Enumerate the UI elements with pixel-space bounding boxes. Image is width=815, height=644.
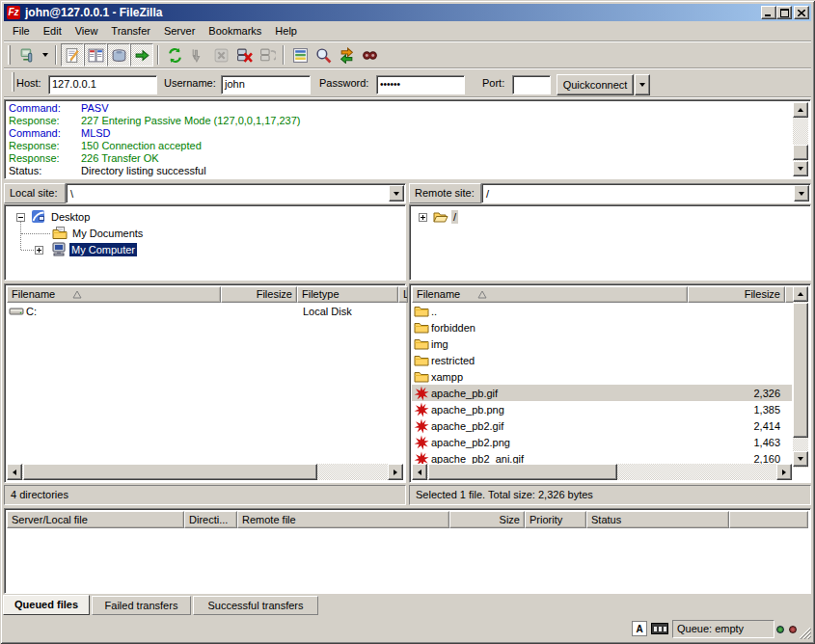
close-button[interactable] xyxy=(794,6,809,19)
host-label: Host: xyxy=(16,77,41,89)
resize-grip[interactable] xyxy=(798,626,811,639)
username-input[interactable]: john xyxy=(221,75,311,94)
toggle-transfer-queue-button[interactable] xyxy=(130,43,153,67)
minimize-button[interactable] xyxy=(761,6,776,19)
tab-successful-transfers[interactable]: Successful transfers xyxy=(193,596,318,615)
queue-column-directi-[interactable]: Directi... xyxy=(184,511,237,528)
tab-failed-transfers[interactable]: Failed transfers xyxy=(92,596,191,615)
tree-item-my-documents[interactable]: My Documents xyxy=(52,226,145,241)
reconnect-button[interactable] xyxy=(256,43,279,67)
toggle-tree-views-button[interactable] xyxy=(84,43,107,67)
maximize-button[interactable] xyxy=(776,6,792,19)
file-row[interactable]: xampp xyxy=(412,368,792,385)
directory-listing-filters-button[interactable] xyxy=(288,43,312,67)
local-tree: Desktop My Documents My Computer xyxy=(4,204,406,281)
scroll-thumb[interactable] xyxy=(793,303,808,438)
queue-column-status[interactable]: Status xyxy=(586,511,729,528)
scroll-down-button[interactable] xyxy=(793,451,808,467)
column-header-filesize[interactable]: Filesize xyxy=(688,286,785,303)
toggle-directory-listing-button[interactable] xyxy=(107,43,130,67)
image-icon xyxy=(414,418,429,434)
file-row[interactable]: apache_pb2.png1,463 xyxy=(412,434,792,450)
file-row[interactable]: forbidden xyxy=(412,319,792,335)
queue-column-size[interactable]: Size xyxy=(449,511,525,528)
expand-icon[interactable] xyxy=(419,213,427,222)
column-header-lastmodified[interactable]: L xyxy=(398,286,408,303)
site-manager-dropdown[interactable] xyxy=(39,43,51,67)
cancel-operation-button[interactable] xyxy=(209,43,232,67)
file-row[interactable]: .. xyxy=(412,303,792,319)
queue-column-priority[interactable]: Priority xyxy=(525,511,586,528)
file-row[interactable]: apache_pb.png1,385 xyxy=(412,401,792,417)
file-row[interactable]: apache_pb2.gif2,414 xyxy=(412,417,792,434)
message-log: Command:PASVResponse:227 Entering Passiv… xyxy=(4,99,811,179)
queue-column-remote-file[interactable]: Remote file xyxy=(237,511,449,528)
tree-item-desktop[interactable]: Desktop xyxy=(16,209,92,225)
find-files-button[interactable] xyxy=(358,43,381,67)
queue-column-server-local-file[interactable]: Server/Local file xyxy=(7,511,184,528)
remote-site-dropdown[interactable] xyxy=(794,185,809,201)
scroll-down-button[interactable] xyxy=(793,161,808,176)
app-icon: Fz xyxy=(7,6,20,19)
expand-icon[interactable] xyxy=(35,246,43,255)
status-bar: A Queue: empty xyxy=(4,618,811,640)
site-manager-button[interactable] xyxy=(15,43,39,67)
port-input[interactable] xyxy=(512,75,551,94)
scroll-up-button[interactable] xyxy=(793,286,808,302)
password-input[interactable]: •••••• xyxy=(376,75,465,94)
local-site-label: Local site: xyxy=(4,183,66,203)
file-row[interactable]: apache_pb.gif2,326 xyxy=(412,385,792,401)
title-bar[interactable]: Fz john@127.0.0.1 - FileZilla xyxy=(4,4,811,21)
folder-icon xyxy=(414,353,429,368)
image-icon xyxy=(414,402,429,417)
host-input[interactable]: 127.0.0.1 xyxy=(48,75,157,94)
image-icon xyxy=(414,386,429,401)
remote-site-combo[interactable]: / xyxy=(481,183,811,203)
tree-item-root[interactable]: / xyxy=(419,209,458,225)
local-hscrollbar[interactable] xyxy=(7,464,403,480)
menu-bookmarks[interactable]: Bookmarks xyxy=(202,23,268,39)
process-queue-button[interactable] xyxy=(186,43,209,67)
remote-hscrollbar[interactable] xyxy=(412,464,792,480)
disconnect-button[interactable] xyxy=(232,43,256,67)
remote-site-path: / xyxy=(486,186,489,201)
remote-vscrollbar[interactable] xyxy=(793,286,808,468)
column-header-filename[interactable]: Filename xyxy=(412,286,688,303)
scroll-up-button[interactable] xyxy=(793,102,808,118)
toggle-message-log-button[interactable] xyxy=(61,43,84,67)
refresh-button[interactable] xyxy=(163,43,186,67)
scroll-left-button[interactable] xyxy=(412,464,427,480)
file-row[interactable]: restricted xyxy=(412,352,792,368)
menu-help[interactable]: Help xyxy=(268,23,304,39)
scroll-right-button[interactable] xyxy=(776,464,792,480)
synchronized-browsing-button[interactable] xyxy=(335,43,358,67)
directory-comparison-button[interactable] xyxy=(312,43,335,67)
local-site-combo[interactable]: \ xyxy=(66,183,406,203)
menu-transfer[interactable]: Transfer xyxy=(104,23,157,39)
window-title: john@127.0.0.1 - FileZilla xyxy=(25,6,162,19)
folder-icon xyxy=(414,336,429,352)
column-header-filesize[interactable]: Filesize xyxy=(221,286,297,303)
column-header-filename[interactable]: Filename xyxy=(7,286,221,303)
file-row[interactable]: C: Local Disk xyxy=(7,303,403,319)
collapse-icon[interactable] xyxy=(16,213,25,222)
scroll-thumb[interactable] xyxy=(428,464,617,480)
column-header-filetype[interactable]: Filetype xyxy=(297,286,398,303)
menu-edit[interactable]: Edit xyxy=(37,23,68,39)
local-site-dropdown[interactable] xyxy=(389,185,404,201)
quickconnect-dropdown[interactable] xyxy=(635,74,650,95)
file-row[interactable]: img xyxy=(412,335,792,352)
quickconnect-button[interactable]: Quickconnect xyxy=(557,74,634,95)
menu-server[interactable]: Server xyxy=(157,23,202,39)
menu-view[interactable]: View xyxy=(68,23,105,39)
log-scrollbar[interactable] xyxy=(793,102,808,176)
send-led xyxy=(789,626,797,633)
documents-folder-icon xyxy=(52,226,68,241)
scroll-left-button[interactable] xyxy=(7,464,22,480)
scroll-right-button[interactable] xyxy=(388,464,403,480)
tab-queued-files[interactable]: Queued files xyxy=(3,595,90,615)
scroll-thumb[interactable] xyxy=(23,464,317,480)
menu-file[interactable]: File xyxy=(6,23,37,39)
scroll-thumb[interactable] xyxy=(793,145,808,160)
tree-item-my-computer[interactable]: My Computer xyxy=(35,242,137,257)
